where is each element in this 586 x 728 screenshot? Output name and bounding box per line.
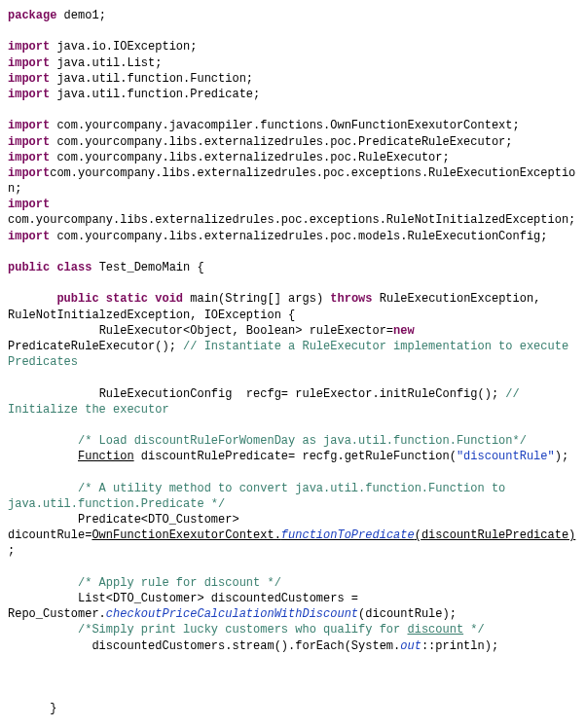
- pred-arg: discountRulePredicate): [421, 528, 575, 542]
- import-2: java.util.List;: [50, 56, 162, 70]
- repo-args: (dicountRule);: [358, 607, 457, 621]
- code-block: package demo1; import java.io.IOExceptio…: [8, 8, 578, 728]
- kw-package: package: [8, 9, 56, 22]
- exec-ctor: PredicateRuleExecutor();: [8, 340, 183, 353]
- import-9: com.yourcompany.libs.externalizedrules.p…: [8, 198, 575, 227]
- kw-import: import: [8, 119, 50, 132]
- fn-end: );: [555, 450, 568, 463]
- kw-new: new: [393, 324, 415, 338]
- kw-import: import: [8, 198, 50, 211]
- import-3: java.util.function.Function;: [50, 72, 253, 86]
- kw-import: import: [8, 151, 50, 164]
- comment-print: /*Simply print lucky customers who quali…: [8, 623, 485, 637]
- kw-import: import: [8, 166, 50, 180]
- recfg-line: RuleExecutionConfig recfg= ruleExector.i…: [8, 387, 505, 401]
- predicate-call: OwnFunctionExexutorContext.functionToPre…: [92, 528, 575, 542]
- kw-void: void: [155, 292, 183, 306]
- repo-method: checkoutPriceCalculationWithDiscount: [106, 607, 358, 621]
- out-ref: out: [400, 639, 421, 653]
- import-1: java.io.IOException;: [50, 40, 197, 54]
- comment-load: /* Load discountRuleForWomenDay as java.…: [8, 434, 527, 448]
- import-5: com.yourcompany.javacompiler.functions.O…: [50, 119, 519, 132]
- fn-rest: discountRulePredicate= recfg.getRuleFunc…: [134, 450, 457, 463]
- import-6: com.yourcompany.libs.externalizedrules.p…: [50, 135, 512, 149]
- kw-import: import: [8, 88, 50, 101]
- kw-class: class: [56, 261, 92, 274]
- function-keyword: Function: [78, 450, 134, 463]
- cm-print-pre: /*Simply print lucky customers who quali…: [8, 623, 407, 637]
- close-method: }: [8, 702, 56, 715]
- kw-import: import: [8, 72, 50, 86]
- kw-import: import: [8, 56, 50, 70]
- comment-util: /* A utility method to convert java.util…: [8, 482, 513, 511]
- main-sig: main(String[] args): [183, 292, 330, 306]
- pred-method: functionToPredicate: [281, 528, 415, 542]
- import-4: java.util.function.Predicate;: [50, 88, 260, 101]
- pkg-name: demo1;: [56, 9, 105, 22]
- cm-print-discount: discount: [407, 623, 463, 637]
- kw-throws: throws: [330, 292, 372, 306]
- stream-end: ::println);: [421, 639, 498, 653]
- import-10: com.yourcompany.libs.externalizedrules.p…: [50, 230, 547, 243]
- kw-import: import: [8, 40, 50, 54]
- stream-line: discountedCustomers.stream().forEach(Sys…: [8, 639, 400, 653]
- kw-public: public: [8, 261, 50, 274]
- pred-args-open: (: [415, 528, 421, 542]
- class-name: Test_DemoMain {: [92, 261, 203, 274]
- pred-class: OwnFunctionExexutorContext.: [92, 528, 280, 542]
- cm-print-post: */: [463, 623, 485, 637]
- import-7: com.yourcompany.libs.externalizedrules.p…: [50, 151, 449, 164]
- kw-import: import: [8, 230, 50, 243]
- string-discountrule: "discountRule": [457, 450, 555, 463]
- pred-semi: ;: [8, 544, 15, 558]
- kw-import: import: [8, 135, 50, 149]
- kw-public: public: [56, 292, 98, 306]
- kw-static: static: [106, 292, 148, 306]
- exec-decl: RuleExecutor<Object, Boolean> ruleExecto…: [8, 324, 393, 338]
- comment-apply: /* Apply rule for discount */: [8, 576, 281, 590]
- import-8: com.yourcompany.libs.externalizedrules.p…: [8, 166, 575, 196]
